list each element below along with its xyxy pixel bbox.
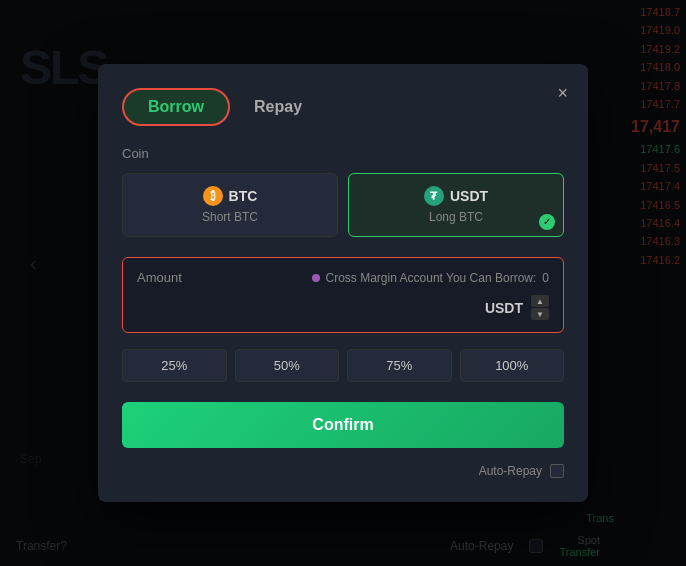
pct-25-button[interactable]: 25% — [122, 349, 227, 382]
amount-header: Amount Cross Margin Account You Can Borr… — [137, 270, 549, 285]
coin-options: ₿ BTC Short BTC ₮ USDT Long BTC — [122, 173, 564, 237]
amount-label: Amount — [137, 270, 182, 285]
borrow-modal: Borrow Repay × Coin ₿ BTC Short BTC ₮ US… — [98, 64, 588, 502]
amount-input-row: USDT ▲ ▼ — [137, 295, 549, 320]
coin-section-label: Coin — [122, 146, 564, 161]
usdt-icon: ₮ — [424, 186, 444, 206]
btc-icon: ₿ — [203, 186, 223, 206]
margin-value: 0 — [542, 271, 549, 285]
coin-option-usdt[interactable]: ₮ USDT Long BTC — [348, 173, 564, 237]
stepper-up-button[interactable]: ▲ — [531, 295, 549, 307]
confirm-button[interactable]: Confirm — [122, 402, 564, 448]
btc-sub: Short BTC — [202, 210, 258, 224]
margin-info-text: Cross Margin Account You Can Borrow: — [326, 271, 537, 285]
coin-option-btc[interactable]: ₿ BTC Short BTC — [122, 173, 338, 237]
stepper-down-button[interactable]: ▼ — [531, 308, 549, 320]
amount-section: Amount Cross Margin Account You Can Borr… — [122, 257, 564, 333]
repay-tab-button[interactable]: Repay — [250, 90, 306, 124]
usdt-name: USDT — [450, 188, 488, 204]
percentage-row: 25% 50% 75% 100% — [122, 349, 564, 382]
amount-input[interactable] — [137, 300, 477, 316]
pct-50-button[interactable]: 50% — [235, 349, 340, 382]
amount-stepper: ▲ ▼ — [531, 295, 549, 320]
pct-75-button[interactable]: 75% — [347, 349, 452, 382]
borrow-tab-button[interactable]: Borrow — [122, 88, 230, 126]
purple-dot-icon — [312, 274, 320, 282]
modal-bottom-row: Auto-Repay — [122, 464, 564, 478]
modal-header: Borrow Repay × — [122, 88, 564, 126]
auto-repay-modal-checkbox[interactable] — [550, 464, 564, 478]
btc-name: BTC — [229, 188, 258, 204]
modal-overlay: Borrow Repay × Coin ₿ BTC Short BTC ₮ US… — [0, 0, 686, 566]
pct-100-button[interactable]: 100% — [460, 349, 565, 382]
usdt-name-row: ₮ USDT — [424, 186, 488, 206]
margin-info: Cross Margin Account You Can Borrow: 0 — [312, 271, 549, 285]
currency-tag: USDT — [485, 300, 523, 316]
close-button[interactable]: × — [557, 84, 568, 102]
btc-name-row: ₿ BTC — [203, 186, 258, 206]
usdt-sub: Long BTC — [429, 210, 483, 224]
auto-repay-modal-label: Auto-Repay — [479, 464, 542, 478]
